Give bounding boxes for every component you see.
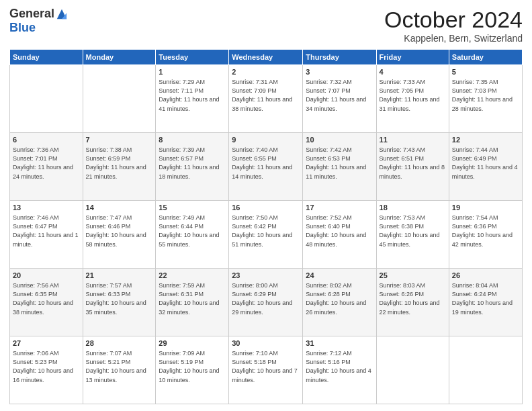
day-cell-1-2: 8Sunrise: 7:39 AM Sunset: 6:57 PM Daylig… [156,133,229,201]
day-cell-0-5: 4Sunrise: 7:33 AM Sunset: 7:05 PM Daylig… [376,65,449,133]
day-cell-0-1 [83,65,156,133]
page: General Blue October 2024 Kappelen, Bern… [0,0,532,411]
day-number: 13 [13,203,80,213]
header: General Blue October 2024 Kappelen, Bern… [9,7,523,44]
logo-icon [56,8,68,20]
day-info: Sunrise: 7:56 AM Sunset: 6:35 PM Dayligh… [13,281,80,316]
day-number: 28 [86,338,153,349]
calendar-table: Sunday Monday Tuesday Wednesday Thursday… [9,49,523,404]
day-cell-1-0: 6Sunrise: 7:36 AM Sunset: 7:01 PM Daylig… [10,133,83,201]
day-cell-4-4: 31Sunrise: 7:12 AM Sunset: 5:16 PM Dayli… [303,336,376,404]
day-info: Sunrise: 7:50 AM Sunset: 6:42 PM Dayligh… [232,214,300,248]
day-cell-2-3: 16Sunrise: 7:50 AM Sunset: 6:42 PM Dayli… [229,201,303,269]
day-number: 2 [232,67,300,77]
day-number: 31 [306,338,373,349]
week-row-4: 20Sunrise: 7:56 AM Sunset: 6:35 PM Dayli… [10,269,523,336]
location-title: Kappelen, Bern, Switzerland [384,33,523,44]
day-info: Sunrise: 7:38 AM Sunset: 6:59 PM Dayligh… [86,146,153,181]
day-number: 26 [452,271,519,281]
header-saturday: Saturday [449,50,522,65]
day-info: Sunrise: 7:36 AM Sunset: 7:01 PM Dayligh… [13,146,80,181]
day-info: Sunrise: 7:09 AM Sunset: 5:19 PM Dayligh… [159,349,226,384]
day-cell-0-6: 5Sunrise: 7:35 AM Sunset: 7:03 PM Daylig… [449,65,522,133]
day-cell-4-0: 27Sunrise: 7:06 AM Sunset: 5:23 PM Dayli… [10,336,83,404]
day-cell-3-1: 21Sunrise: 7:57 AM Sunset: 6:33 PM Dayli… [83,269,156,336]
day-number: 4 [380,67,446,77]
month-title: October 2024 [384,7,523,33]
header-friday: Friday [376,50,449,65]
day-info: Sunrise: 8:02 AM Sunset: 6:28 PM Dayligh… [306,281,373,316]
day-cell-1-3: 9Sunrise: 7:40 AM Sunset: 6:55 PM Daylig… [229,133,303,201]
day-number: 18 [380,203,446,213]
day-info: Sunrise: 7:12 AM Sunset: 5:16 PM Dayligh… [306,349,373,384]
day-cell-4-2: 29Sunrise: 7:09 AM Sunset: 5:19 PM Dayli… [156,336,229,404]
day-info: Sunrise: 7:35 AM Sunset: 7:03 PM Dayligh… [452,78,519,113]
day-cell-0-4: 3Sunrise: 7:32 AM Sunset: 7:07 PM Daylig… [303,65,376,133]
day-cell-4-5 [376,336,449,404]
day-info: Sunrise: 7:53 AM Sunset: 6:38 PM Dayligh… [380,214,446,248]
day-cell-0-0 [10,65,83,133]
day-cell-2-6: 19Sunrise: 7:54 AM Sunset: 6:36 PM Dayli… [449,201,522,269]
day-number: 21 [86,271,153,281]
day-cell-1-1: 7Sunrise: 7:38 AM Sunset: 6:59 PM Daylig… [83,133,156,201]
logo: General Blue [9,7,68,35]
day-number: 14 [86,203,153,213]
day-info: Sunrise: 7:42 AM Sunset: 6:53 PM Dayligh… [306,146,373,181]
day-cell-3-5: 25Sunrise: 8:03 AM Sunset: 6:26 PM Dayli… [376,269,449,336]
header-thursday: Thursday [303,50,376,65]
day-number: 19 [452,203,519,213]
day-info: Sunrise: 7:39 AM Sunset: 6:57 PM Dayligh… [159,146,226,181]
day-cell-3-0: 20Sunrise: 7:56 AM Sunset: 6:35 PM Dayli… [10,269,83,336]
day-info: Sunrise: 7:43 AM Sunset: 6:51 PM Dayligh… [380,146,446,181]
day-info: Sunrise: 7:46 AM Sunset: 6:47 PM Dayligh… [13,214,80,248]
day-cell-0-3: 2Sunrise: 7:31 AM Sunset: 7:09 PM Daylig… [229,65,303,133]
day-number: 15 [159,203,226,213]
day-number: 12 [452,135,519,145]
day-number: 23 [232,271,300,281]
day-number: 30 [232,338,300,349]
day-number: 5 [452,67,519,77]
header-sunday: Sunday [10,50,83,65]
day-info: Sunrise: 7:07 AM Sunset: 5:21 PM Dayligh… [86,349,153,384]
header-monday: Monday [83,50,156,65]
day-cell-3-6: 26Sunrise: 8:04 AM Sunset: 6:24 PM Dayli… [449,269,522,336]
day-info: Sunrise: 8:00 AM Sunset: 6:29 PM Dayligh… [232,281,300,316]
day-number: 7 [86,135,153,145]
day-number: 29 [159,338,226,349]
day-cell-0-2: 1Sunrise: 7:29 AM Sunset: 7:11 PM Daylig… [156,65,229,133]
day-info: Sunrise: 7:59 AM Sunset: 6:31 PM Dayligh… [159,281,226,316]
day-cell-2-0: 13Sunrise: 7:46 AM Sunset: 6:47 PM Dayli… [10,201,83,269]
logo-general-text: General [9,7,54,21]
week-row-5: 27Sunrise: 7:06 AM Sunset: 5:23 PM Dayli… [10,336,523,404]
day-number: 17 [306,203,373,213]
day-number: 22 [159,271,226,281]
day-cell-4-6 [449,336,522,404]
weekday-header-row: Sunday Monday Tuesday Wednesday Thursday… [10,50,523,65]
day-cell-2-2: 15Sunrise: 7:49 AM Sunset: 6:44 PM Dayli… [156,201,229,269]
day-number: 16 [232,203,300,213]
day-cell-2-5: 18Sunrise: 7:53 AM Sunset: 6:38 PM Dayli… [376,201,449,269]
day-info: Sunrise: 7:57 AM Sunset: 6:33 PM Dayligh… [86,281,153,316]
header-tuesday: Tuesday [156,50,229,65]
day-number: 25 [380,271,446,281]
day-info: Sunrise: 8:04 AM Sunset: 6:24 PM Dayligh… [452,281,519,316]
day-info: Sunrise: 7:40 AM Sunset: 6:55 PM Dayligh… [232,146,300,181]
day-info: Sunrise: 7:29 AM Sunset: 7:11 PM Dayligh… [159,78,226,113]
day-info: Sunrise: 7:52 AM Sunset: 6:40 PM Dayligh… [306,214,373,248]
day-info: Sunrise: 7:10 AM Sunset: 5:18 PM Dayligh… [232,349,300,384]
day-info: Sunrise: 7:54 AM Sunset: 6:36 PM Dayligh… [452,214,519,248]
day-cell-3-2: 22Sunrise: 7:59 AM Sunset: 6:31 PM Dayli… [156,269,229,336]
day-cell-4-3: 30Sunrise: 7:10 AM Sunset: 5:18 PM Dayli… [229,336,303,404]
day-cell-2-4: 17Sunrise: 7:52 AM Sunset: 6:40 PM Dayli… [303,201,376,269]
day-number: 10 [306,135,373,145]
day-number: 9 [232,135,300,145]
day-cell-1-4: 10Sunrise: 7:42 AM Sunset: 6:53 PM Dayli… [303,133,376,201]
day-cell-3-4: 24Sunrise: 8:02 AM Sunset: 6:28 PM Dayli… [303,269,376,336]
day-info: Sunrise: 7:44 AM Sunset: 6:49 PM Dayligh… [452,146,519,181]
day-number: 6 [13,135,80,145]
week-row-1: 1Sunrise: 7:29 AM Sunset: 7:11 PM Daylig… [10,65,523,133]
day-number: 27 [13,338,80,349]
day-number: 20 [13,271,80,281]
day-cell-2-1: 14Sunrise: 7:47 AM Sunset: 6:46 PM Dayli… [83,201,156,269]
day-number: 11 [380,135,446,145]
